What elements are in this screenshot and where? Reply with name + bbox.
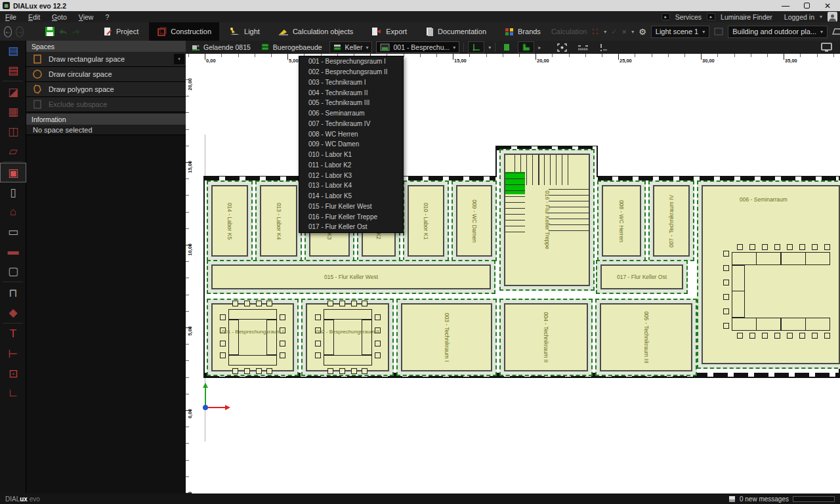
menu-view[interactable]: View xyxy=(79,13,94,21)
back-icon[interactable]: ← xyxy=(4,26,12,37)
menu-file[interactable]: File xyxy=(5,13,16,21)
import-file-tool[interactable]: ▤ xyxy=(0,41,26,60)
room-015[interactable]: 015 - Flur Keller West xyxy=(207,260,495,294)
material-tool[interactable]: ◆ xyxy=(0,303,26,322)
dimension-tool[interactable]: ⊢ xyxy=(0,344,26,364)
minimize-button[interactable]: — xyxy=(782,2,789,10)
storey-tool[interactable]: ◫ xyxy=(0,121,26,141)
undo-icon[interactable] xyxy=(58,28,68,35)
roof-tool[interactable]: ⌂ xyxy=(0,202,26,222)
logged-in-menu[interactable]: Logged in xyxy=(784,13,814,21)
room-005[interactable]: 005 - Technikraum III xyxy=(595,299,697,376)
room-004[interactable]: 004 - Technikraum II xyxy=(499,299,593,376)
tab-calculation-objects[interactable]: Calculation objects xyxy=(270,22,361,41)
space-option[interactable]: 012 - Labor K3 xyxy=(299,170,403,180)
maximize-button[interactable] xyxy=(804,3,810,9)
draw-polygon-space-button[interactable]: Draw polygon space xyxy=(26,82,186,97)
space-option[interactable]: 008 - WC Herren xyxy=(299,129,403,139)
forward-icon[interactable]: → xyxy=(16,26,24,37)
room-010[interactable]: 010 - Labor K1 xyxy=(403,180,449,261)
room-013[interactable]: 013 - Labor K4 xyxy=(255,180,302,261)
rectangle-options-button[interactable]: ▾ xyxy=(174,54,184,64)
user-avatar[interactable] xyxy=(828,12,837,22)
coordinate-system-button[interactable] xyxy=(468,41,484,53)
site-button[interactable]: Gelaende 0815 xyxy=(188,41,254,53)
space-option[interactable]: 011 - Labor K2 xyxy=(299,160,403,171)
space-option[interactable]: 016 - Flur Keller Treppe xyxy=(299,211,403,222)
display-settings-icon[interactable] xyxy=(821,43,832,52)
tab-export[interactable]: Export xyxy=(364,22,415,41)
space-option[interactable]: 006 - Seminarraum xyxy=(299,108,403,119)
focus-tool[interactable]: ⊡ xyxy=(0,364,26,383)
text-tool[interactable]: T xyxy=(0,324,26,344)
start-calculation-icon[interactable] xyxy=(591,28,599,35)
column-tool[interactable]: ▯ xyxy=(0,182,26,202)
tab-construction[interactable]: Construction xyxy=(149,22,219,41)
chevron-down-icon[interactable]: ▾ xyxy=(820,14,822,20)
space-option[interactable]: 005 - Technikraum III xyxy=(299,98,403,108)
space-option[interactable]: 013 - Labor K4 xyxy=(299,180,403,191)
building-tool[interactable]: ▦ xyxy=(0,102,26,121)
site-tool[interactable]: ◪ xyxy=(0,82,26,102)
zoom-fit-button[interactable] xyxy=(554,41,570,53)
space-option[interactable]: 002 - Besprechungsraum II xyxy=(299,67,403,77)
space-option[interactable]: 017 - Flur Keller Ost xyxy=(299,222,403,232)
space-option[interactable]: 009 - WC Damen xyxy=(299,139,403,150)
menu-help[interactable]: ? xyxy=(105,13,109,21)
furniture-tool[interactable]: ⊓ xyxy=(0,283,26,303)
measure-horizontal-button[interactable] xyxy=(574,41,592,53)
space-option[interactable]: 014 - Labor K5 xyxy=(299,191,403,201)
light-scene-select[interactable]: Light scene 1▾ xyxy=(651,26,709,38)
tab-project[interactable]: Project xyxy=(96,22,146,41)
room-006[interactable]: 006 - Seminarraum xyxy=(697,180,840,369)
solid-view-button[interactable] xyxy=(499,41,514,53)
menu-goto[interactable]: Goto xyxy=(52,13,67,21)
ceiling-tool[interactable]: ▭ xyxy=(0,222,26,242)
space-option[interactable]: 007 - Technikraum IV xyxy=(299,119,403,129)
measure-tool[interactable]: ∟ xyxy=(0,383,26,403)
messages-count[interactable]: 0 new messages xyxy=(740,495,789,503)
room-017[interactable]: 017 - Flur Keller Ost xyxy=(596,260,688,294)
perspective-view-icon[interactable] xyxy=(832,28,840,35)
chevron-down-icon[interactable]: ▾ xyxy=(604,29,606,35)
room-008[interactable]: 008 - WC Herren xyxy=(597,180,646,261)
chevron-right-icon[interactable]: ▸ xyxy=(538,45,541,51)
floorplan-view-button[interactable] xyxy=(518,41,534,53)
luminaire-finder-link[interactable]: Luminaire Finder xyxy=(721,13,772,21)
tab-brands[interactable]: Brands xyxy=(497,22,549,41)
room-014[interactable]: 014 - Labor K5 xyxy=(207,180,253,261)
space-option[interactable]: 003 - Technikraum I xyxy=(299,77,403,88)
tab-documentation[interactable]: Documentation xyxy=(417,22,494,41)
chevron-down-icon[interactable]: ▾ xyxy=(488,45,491,51)
room-001[interactable]: 001 - Besprechungsraum I xyxy=(207,299,299,376)
tab-light[interactable]: Light xyxy=(222,22,268,41)
menu-edit[interactable]: Edit xyxy=(28,13,40,21)
space-option[interactable]: 010 - Labor K1 xyxy=(299,150,403,160)
room-009[interactable]: 009 - WC Damen xyxy=(452,180,497,261)
room-016[interactable]: 016 - Flur Keller Treppe xyxy=(499,149,595,291)
redo-icon[interactable] xyxy=(71,28,81,35)
room-002[interactable]: 002 - Besprechungsraum II xyxy=(301,299,394,376)
services-link[interactable]: Services xyxy=(675,13,702,21)
chevron-down-icon[interactable]: ▾ xyxy=(631,29,634,35)
slab-tool[interactable]: ▬ xyxy=(0,242,26,261)
view-mode-select[interactable]: Building and outdoor pla...▾ xyxy=(728,26,828,38)
save-icon[interactable] xyxy=(45,26,55,37)
space-select[interactable]: 001 - Besprechu... ▾ xyxy=(376,41,459,53)
storey-select[interactable]: Keller ▾ xyxy=(329,41,373,53)
wall-tool[interactable]: ▱ xyxy=(0,141,26,161)
draw-rectangular-space-button[interactable]: Draw rectangular space ▾ xyxy=(26,52,186,67)
space-tool[interactable]: ▣ xyxy=(0,163,26,182)
room-007[interactable]: 007 - Technikraum IV xyxy=(648,180,694,261)
space-option[interactable]: 015 - Flur Keller West xyxy=(299,201,403,212)
opening-tool[interactable]: ▢ xyxy=(0,261,26,281)
drawing-canvas[interactable]: 014 - Labor K5013 - Labor K4012 - Labor … xyxy=(186,54,840,494)
space-option[interactable]: 004 - Technikraum II xyxy=(299,87,403,98)
export-file-tool[interactable]: ▤ xyxy=(0,60,26,80)
messages-icon[interactable] xyxy=(728,495,736,503)
room-003[interactable]: 003 - Technikraum I xyxy=(396,299,497,376)
settings-gear-icon[interactable]: ⚙ xyxy=(639,27,646,37)
close-button[interactable]: ✕ xyxy=(824,2,831,10)
measure-vertical-button[interactable] xyxy=(596,41,611,53)
building-button[interactable]: Buerogebaeude xyxy=(258,41,326,53)
